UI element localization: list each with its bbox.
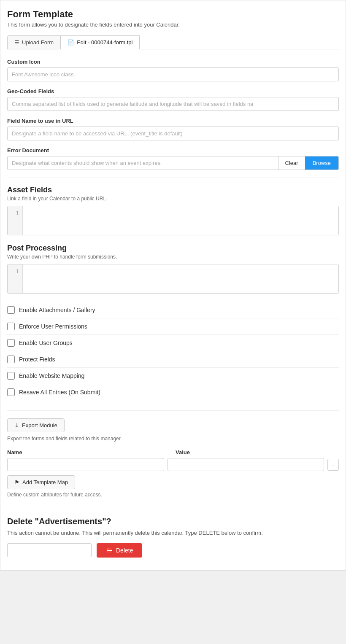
- page-title: Form Template: [7, 9, 339, 20]
- clear-button[interactable]: Clear: [278, 156, 305, 170]
- error-doc-input[interactable]: [8, 156, 278, 170]
- protect-fields-label[interactable]: Protect Fields: [19, 356, 55, 363]
- checkbox-row-enable-user-groups: Enable User Groups: [7, 335, 339, 351]
- delete-desc: This action cannot be undone. This will …: [7, 529, 339, 537]
- geo-coded-group: Geo-Coded Fields: [7, 88, 339, 111]
- template-map-value-input[interactable]: [168, 458, 324, 471]
- error-doc-group: Error Document Clear Browse: [7, 147, 339, 170]
- enable-attachments-label[interactable]: Enable Attachments / Gallery: [19, 307, 95, 313]
- template-map-headers: Name Value: [7, 449, 339, 455]
- delete-heading: Delete "Advertisements"?: [7, 517, 339, 526]
- tab-bar: ☰ Upload Form 📄 Edit - 0000744-form.tpl: [7, 35, 339, 49]
- post-processing-code-area[interactable]: [23, 264, 338, 293]
- browse-button[interactable]: Browse: [305, 156, 338, 170]
- delete-section: Delete "Advertisements"? This action can…: [7, 508, 339, 558]
- remove-template-map-button[interactable]: -: [327, 459, 339, 471]
- asset-fields-heading: Asset Fields: [7, 186, 339, 194]
- asset-fields-desc: Link a field in your Calendar to a publi…: [7, 196, 339, 202]
- add-template-map-label: Add Template Map: [22, 479, 68, 485]
- protect-fields-checkbox[interactable]: [7, 356, 15, 363]
- enable-user-groups-checkbox[interactable]: [7, 339, 15, 347]
- enable-user-groups-label[interactable]: Enable User Groups: [19, 340, 73, 346]
- asset-fields-code-area[interactable]: [23, 206, 338, 235]
- checkbox-row-enable-attachments: Enable Attachments / Gallery: [7, 302, 339, 318]
- export-desc: Export the forms and fields related to t…: [7, 436, 339, 442]
- asset-fields-line-numbers: 1: [8, 206, 23, 235]
- post-processing-desc: Write your own PHP to handle form submis…: [7, 254, 339, 260]
- asset-fields-editor[interactable]: 1: [7, 206, 339, 235]
- tab-upload-label: Upload Form: [22, 39, 54, 46]
- resave-all-entries-label[interactable]: Resave All Entries (On Submit): [19, 389, 100, 396]
- enable-attachments-checkbox[interactable]: [7, 306, 15, 314]
- page-subtitle: This form allows you to designate the fi…: [7, 22, 339, 28]
- page-container: Form Template This form allows you to de…: [0, 0, 346, 571]
- delete-btn-label: Delete: [116, 547, 133, 554]
- error-doc-label: Error Document: [7, 147, 339, 154]
- custom-icon-label: Custom Icon: [7, 59, 339, 65]
- ban-icon: ⛔: [106, 547, 113, 554]
- file-icon: 📄: [68, 39, 74, 46]
- list-icon: ☰: [14, 39, 19, 46]
- post-line-1: 1: [11, 268, 19, 276]
- template-name-col-header: Name: [7, 449, 170, 455]
- template-value-col-header: Value: [176, 449, 339, 455]
- asset-fields-section: Asset Fields Link a field in your Calend…: [7, 186, 339, 235]
- post-processing-editor[interactable]: 1: [7, 264, 339, 294]
- map-pin-icon: ⚑: [14, 479, 19, 485]
- resave-all-entries-checkbox[interactable]: [7, 388, 15, 396]
- checkbox-row-enforce-user-permissions: Enforce User Permissions: [7, 318, 339, 335]
- tab-upload-form[interactable]: ☰ Upload Form: [7, 35, 61, 49]
- geo-coded-input[interactable]: [7, 97, 339, 111]
- enforce-user-permissions-label[interactable]: Enforce User Permissions: [19, 323, 87, 330]
- tab-edit-label: Edit - 0000744-form.tpl: [77, 39, 132, 46]
- enable-website-mapping-label[interactable]: Enable Website Mapping: [19, 372, 84, 379]
- template-map-name-input[interactable]: [7, 458, 164, 471]
- field-name-url-label: Field Name to use in URL: [7, 118, 339, 124]
- add-template-map-button[interactable]: ⚑ Add Template Map: [7, 475, 75, 489]
- custom-icon-group: Custom Icon: [7, 59, 339, 81]
- download-icon: ⇓: [14, 422, 19, 428]
- template-map-row: -: [7, 458, 339, 471]
- error-doc-row: Clear Browse: [7, 156, 339, 170]
- checkbox-row-enable-website-mapping: Enable Website Mapping: [7, 368, 339, 384]
- tab-edit-form[interactable]: 📄 Edit - 0000744-form.tpl: [61, 35, 140, 49]
- post-processing-section: Post Processing Write your own PHP to ha…: [7, 244, 339, 294]
- checkboxes-section: Enable Attachments / Gallery Enforce Use…: [7, 302, 339, 400]
- enforce-user-permissions-checkbox[interactable]: [7, 323, 15, 330]
- template-map-section: Name Value - ⚑ Add Template Map Define c…: [7, 449, 339, 498]
- template-map-desc: Define custom attributes for future acce…: [7, 492, 339, 498]
- divider-1: [7, 178, 339, 178]
- delete-confirm-input[interactable]: [7, 543, 92, 557]
- export-section: ⇓ Export Module Export the forms and fie…: [7, 418, 339, 442]
- export-module-button[interactable]: ⇓ Export Module: [7, 418, 65, 432]
- enable-website-mapping-checkbox[interactable]: [7, 372, 15, 380]
- delete-button[interactable]: ⛔ Delete: [97, 543, 142, 558]
- field-name-url-input[interactable]: [7, 127, 339, 140]
- export-btn-label: Export Module: [22, 422, 57, 428]
- custom-icon-input[interactable]: [7, 67, 339, 81]
- checkbox-row-resave-all-entries: Resave All Entries (On Submit): [7, 384, 339, 400]
- post-processing-line-numbers: 1: [8, 264, 23, 293]
- field-name-url-group: Field Name to use in URL: [7, 118, 339, 140]
- divider-2: [7, 410, 339, 411]
- checkbox-row-protect-fields: Protect Fields: [7, 351, 339, 368]
- asset-line-1: 1: [11, 210, 19, 218]
- delete-row: ⛔ Delete: [7, 543, 339, 558]
- post-processing-heading: Post Processing: [7, 244, 339, 253]
- geo-coded-label: Geo-Coded Fields: [7, 88, 339, 94]
